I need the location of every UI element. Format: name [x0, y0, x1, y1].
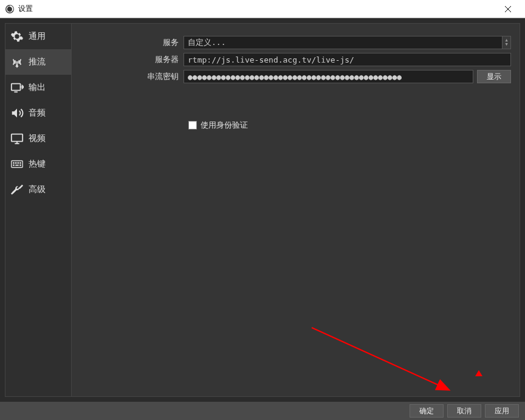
antenna-icon: A	[10, 55, 24, 69]
tools-icon	[10, 183, 24, 196]
sidebar-item-label: 音频	[29, 108, 46, 119]
svg-point-14	[15, 162, 16, 163]
sidebar-item-label: 视频	[29, 133, 46, 144]
obs-icon	[5, 4, 15, 14]
sidebar-item-label: 热键	[29, 159, 46, 170]
sidebar-item-label: 通用	[29, 31, 46, 42]
titlebar: 设置	[0, 0, 525, 18]
settings-sidebar: 通用 A 推流 输出	[5, 23, 72, 397]
speaker-icon	[10, 106, 24, 120]
svg-text:A: A	[15, 63, 19, 68]
use-auth-row: 使用身份验证	[188, 120, 511, 131]
chevron-updown-icon: ▲▼	[502, 36, 510, 49]
svg-point-17	[13, 165, 14, 165]
svg-point-15	[18, 162, 18, 163]
sidebar-item-label: 输出	[29, 82, 46, 93]
sidebar-item-hotkeys[interactable]: 热键	[5, 151, 71, 177]
svg-marker-22	[475, 370, 482, 376]
dialog-footer: 确定 取消 应用	[0, 402, 525, 420]
monitor-icon	[10, 132, 24, 145]
sidebar-item-advanced[interactable]: 高级	[5, 177, 71, 202]
sidebar-item-audio[interactable]: 音频	[5, 100, 71, 126]
svg-point-19	[20, 165, 21, 165]
server-input[interactable]: rtmp://js.live-send.acg.tv/live-js/	[184, 53, 511, 66]
svg-rect-12	[12, 161, 22, 168]
service-select[interactable]: 自定义... ▲▼	[184, 36, 511, 49]
sidebar-item-stream[interactable]: A 推流	[5, 49, 71, 75]
window-title: 设置	[18, 4, 496, 14]
server-row: 服务器 rtmp://js.live-send.acg.tv/live-js/	[80, 53, 511, 66]
sidebar-item-label: 高级	[29, 184, 46, 195]
stream-key-row: 串流密钥 ●●●●●●●●●●●●●●●●●●●●●●●●●●●●●●●●●●●…	[80, 70, 511, 83]
server-input-value: rtmp://js.live-send.acg.tv/live-js/	[188, 55, 354, 64]
svg-rect-9	[12, 134, 22, 142]
sidebar-item-general[interactable]: 通用	[5, 24, 71, 49]
svg-point-16	[20, 162, 21, 163]
sidebar-item-output[interactable]: 输出	[5, 75, 71, 100]
sidebar-item-video[interactable]: 视频	[5, 126, 71, 151]
svg-point-6	[16, 61, 18, 63]
svg-point-13	[13, 162, 14, 163]
cancel-button[interactable]: 取消	[447, 404, 481, 418]
keyboard-icon	[10, 157, 24, 171]
service-select-value: 自定义...	[188, 37, 225, 48]
apply-button[interactable]: 应用	[485, 404, 519, 418]
sidebar-item-label: 推流	[29, 57, 46, 67]
ok-button[interactable]: 确定	[410, 404, 444, 418]
settings-content: 服务 自定义... ▲▼ 服务器 rtmp://js.live-send.acg…	[72, 23, 520, 397]
stream-key-input[interactable]: ●●●●●●●●●●●●●●●●●●●●●●●●●●●●●●●●●●●●●●●●…	[184, 70, 473, 83]
gear-icon	[10, 30, 24, 43]
svg-rect-7	[12, 84, 21, 91]
show-stream-key-button[interactable]: 显示	[477, 70, 511, 83]
service-label: 服务	[80, 37, 184, 48]
use-auth-label: 使用身份验证	[201, 120, 248, 131]
stream-key-masked-value: ●●●●●●●●●●●●●●●●●●●●●●●●●●●●●●●●●●●●●●●●…	[188, 72, 402, 81]
close-button[interactable]	[496, 0, 520, 18]
server-label: 服务器	[80, 54, 184, 65]
stream-key-label: 串流密钥	[80, 71, 184, 82]
output-icon	[10, 81, 24, 94]
use-auth-checkbox[interactable]	[188, 121, 197, 129]
service-row: 服务 自定义... ▲▼	[80, 36, 511, 49]
svg-line-21	[312, 328, 448, 390]
